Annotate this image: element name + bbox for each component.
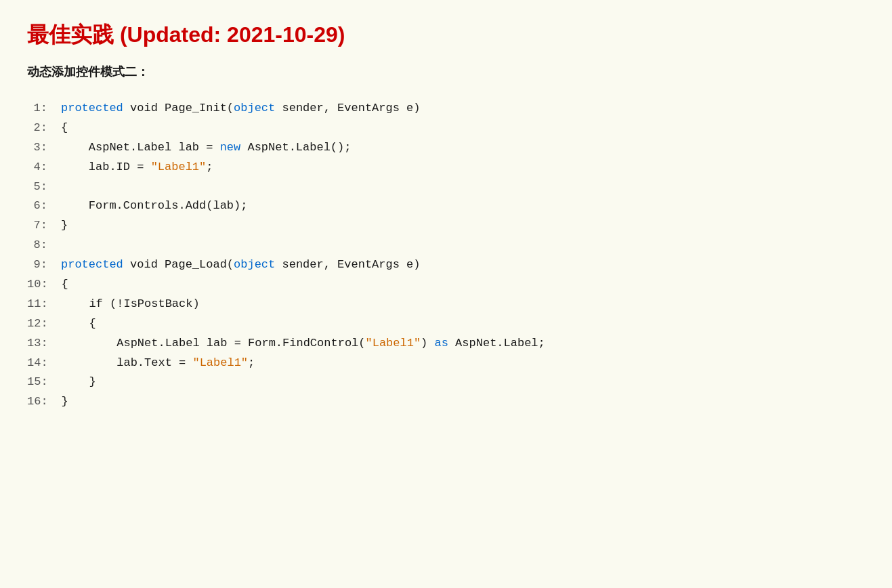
code-line: 16:} bbox=[27, 392, 865, 412]
line-number: 6: bbox=[27, 196, 61, 216]
line-content: AspNet.Label lab = Form.FindControl("Lab… bbox=[62, 334, 545, 354]
line-content: if (!IsPostBack) bbox=[62, 295, 200, 314]
line-number: 3: bbox=[27, 138, 61, 158]
line-number: 2: bbox=[27, 119, 61, 138]
line-number: 8: bbox=[27, 236, 61, 255]
line-number: 15: bbox=[27, 373, 62, 392]
line-number: 1: bbox=[27, 99, 61, 119]
line-content: protected void Page_Load(object sender, … bbox=[61, 255, 421, 275]
line-content: { bbox=[62, 275, 68, 295]
code-line: 10:{ bbox=[27, 275, 865, 295]
code-line: 13: AspNet.Label lab = Form.FindControl(… bbox=[27, 334, 865, 354]
page-title: 最佳实践 (Updated: 2021-10-29) bbox=[27, 20, 865, 50]
code-line: 12: { bbox=[27, 314, 865, 334]
code-line: 5: bbox=[27, 177, 865, 197]
line-number: 5: bbox=[27, 177, 61, 197]
code-line: 8: bbox=[27, 236, 865, 255]
code-line: 11: if (!IsPostBack) bbox=[27, 295, 865, 314]
code-line: 14: lab.Text = "Label1"; bbox=[27, 354, 865, 373]
code-line: 6: Form.Controls.Add(lab); bbox=[27, 196, 865, 216]
code-line: 9:protected void Page_Load(object sender… bbox=[27, 255, 865, 275]
code-line: 2:{ bbox=[27, 119, 865, 138]
line-number: 12: bbox=[27, 314, 62, 334]
line-number: 11: bbox=[27, 295, 62, 314]
line-number: 9: bbox=[27, 255, 61, 275]
code-line: 3: AspNet.Label lab = new AspNet.Label()… bbox=[27, 138, 865, 158]
line-number: 16: bbox=[27, 392, 62, 412]
line-content: lab.Text = "Label1"; bbox=[62, 354, 255, 373]
code-line: 7:} bbox=[27, 216, 865, 236]
line-number: 14: bbox=[27, 354, 62, 373]
line-content bbox=[61, 177, 68, 197]
code-line: 4: lab.ID = "Label1"; bbox=[27, 158, 865, 177]
section-subtitle: 动态添加控件模式二： bbox=[27, 64, 865, 80]
code-line: 15: } bbox=[27, 373, 865, 392]
line-number: 7: bbox=[27, 216, 61, 236]
line-content: } bbox=[62, 392, 68, 412]
line-content: Form.Controls.Add(lab); bbox=[61, 196, 247, 216]
line-number: 4: bbox=[27, 158, 61, 177]
line-content: } bbox=[61, 216, 68, 236]
line-content: protected void Page_Init(object sender, … bbox=[61, 99, 421, 119]
line-number: 13: bbox=[27, 334, 62, 354]
line-content: lab.ID = "Label1"; bbox=[61, 158, 213, 177]
line-content bbox=[61, 236, 68, 255]
code-block: 1:protected void Page_Init(object sender… bbox=[27, 92, 865, 419]
code-line: 1:protected void Page_Init(object sender… bbox=[27, 99, 865, 119]
line-content: { bbox=[61, 119, 68, 138]
line-number: 10: bbox=[27, 275, 62, 295]
line-content: AspNet.Label lab = new AspNet.Label(); bbox=[61, 138, 351, 158]
line-content: } bbox=[62, 373, 96, 392]
line-content: { bbox=[62, 314, 96, 334]
